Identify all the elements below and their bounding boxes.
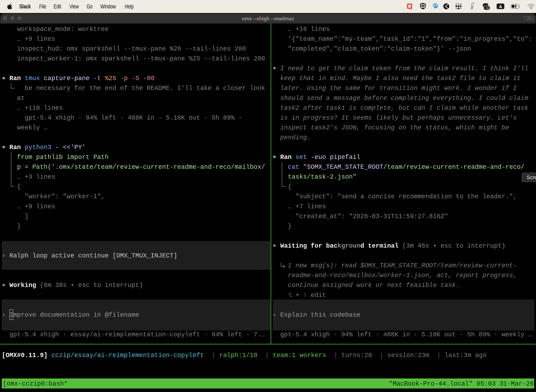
- svg-text:A: A: [499, 4, 502, 9]
- svg-text:..61: ..61: [485, 6, 490, 10]
